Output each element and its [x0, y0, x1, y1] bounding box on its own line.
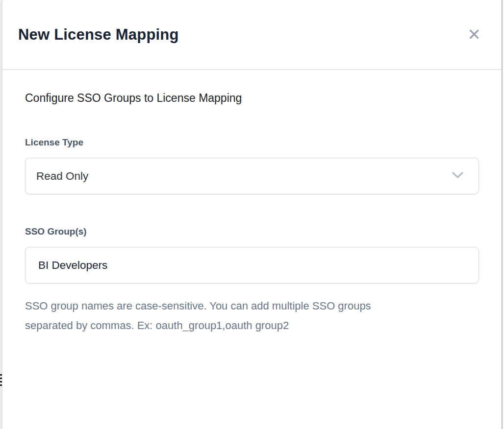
dialog-title: New License Mapping [18, 26, 179, 44]
license-type-label: License Type [25, 137, 478, 148]
dialog-header: New License Mapping ✕ [2, 0, 502, 70]
license-type-selected-value: Read Only [36, 170, 88, 183]
close-icon: ✕ [467, 25, 481, 44]
close-button[interactable]: ✕ [465, 24, 483, 45]
dialog-subtitle: Configure SSO Groups to License Mapping [25, 91, 478, 105]
sso-groups-label: SSO Group(s) [25, 226, 478, 238]
sso-groups-help: SSO group names are case-sensitive. You … [25, 296, 407, 335]
chevron-down-icon [452, 171, 464, 181]
new-license-mapping-dialog: New License Mapping ✕ Configure SSO Grou… [2, 0, 503, 429]
dialog-body: Configure SSO Groups to License Mapping … [2, 70, 502, 335]
license-type-select[interactable]: Read Only [25, 158, 479, 194]
sso-groups-input[interactable] [25, 247, 479, 284]
